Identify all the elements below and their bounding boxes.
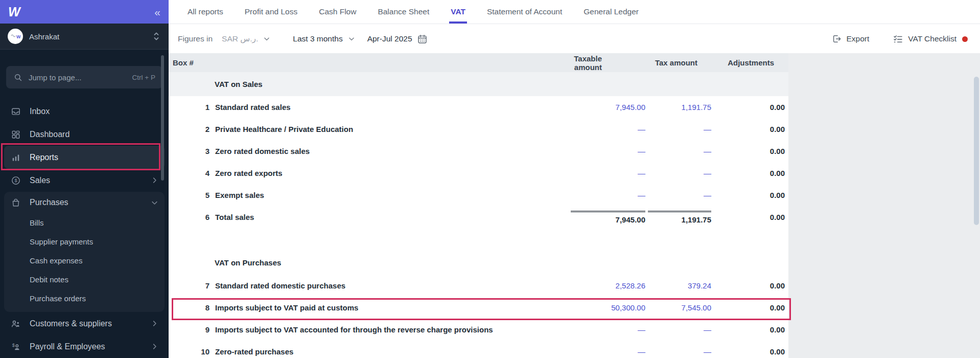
sidebar-scrollbar[interactable] bbox=[161, 55, 164, 181]
sidebar-item-reports[interactable]: Reports bbox=[4, 146, 165, 169]
taxable-amount[interactable]: — bbox=[561, 191, 645, 199]
vertical-scrollbar[interactable] bbox=[974, 77, 979, 225]
tab-all-reports[interactable]: All reports bbox=[188, 0, 223, 24]
sidebar-item-sales[interactable]: $Sales bbox=[4, 169, 165, 192]
export-icon bbox=[831, 34, 842, 44]
box-label: Standard rated sales bbox=[209, 103, 561, 111]
section-title: VAT on Purchases bbox=[169, 251, 788, 275]
export-button[interactable]: Export bbox=[831, 34, 869, 44]
sidebar-item-payroll-employees[interactable]: $Payroll & Employees bbox=[4, 335, 165, 358]
sidebar-item-label: Customers & suppliers bbox=[30, 319, 112, 328]
table-row-box-8: 8Imports subject to VAT paid at customs5… bbox=[169, 297, 788, 319]
sidebar-item-customers-suppliers[interactable]: Customers & suppliers bbox=[4, 312, 165, 335]
adjustments-amount: 0.00 bbox=[711, 147, 788, 155]
box-label: Imports subject to VAT accounted for thr… bbox=[209, 325, 561, 334]
box-number: 1 bbox=[169, 103, 209, 111]
sidebar-item-dashboard[interactable]: Dashboard bbox=[4, 123, 165, 146]
tax-amount[interactable]: 379.24 bbox=[645, 281, 711, 290]
taxable-amount[interactable]: 7,945.00 bbox=[561, 103, 645, 111]
workspace-stepper-icon[interactable] bbox=[152, 31, 161, 42]
taxable-amount[interactable]: — bbox=[561, 147, 645, 155]
toolbar-right: Export VAT Checklist bbox=[831, 34, 968, 44]
chevron-down-icon bbox=[263, 35, 270, 42]
box-label: Imports subject to VAT paid at customs bbox=[209, 303, 561, 312]
sidebar-subitem-bills[interactable]: Bills bbox=[4, 213, 165, 232]
table-row-box-9: 9Imports subject to VAT accounted for th… bbox=[169, 319, 788, 341]
box-label: Zero rated domestic sales bbox=[209, 147, 561, 155]
taxable-amount[interactable]: — bbox=[561, 325, 645, 334]
chevron-right-icon bbox=[151, 320, 158, 327]
wafeq-logo-icon: W bbox=[8, 5, 20, 19]
box-number: 2 bbox=[169, 125, 209, 133]
date-range-value: Apr-Jul 2025 bbox=[367, 34, 412, 43]
search-icon bbox=[13, 73, 23, 82]
tax-amount[interactable]: 7,545.00 bbox=[645, 303, 711, 312]
sidebar-subitem-purchase-orders[interactable]: Purchase orders bbox=[4, 289, 165, 308]
sidebar-item-label: Payroll & Employees bbox=[30, 342, 105, 351]
adjustments-amount: 0.00 bbox=[711, 303, 788, 312]
table-row-box-1: 1Standard rated sales7,945.001,191.750.0… bbox=[169, 96, 788, 118]
sidebar-subitem-supplier-payments[interactable]: Supplier payments bbox=[4, 232, 165, 251]
box-number: 7 bbox=[169, 281, 209, 290]
box-number: 10 bbox=[169, 347, 209, 356]
tax-amount[interactable]: — bbox=[645, 125, 711, 133]
adjustments-amount: 0.00 bbox=[711, 125, 788, 133]
workspace-switcher[interactable]: W Ashrakat bbox=[0, 24, 169, 50]
vat-report-screen: W « W Ashrakat Jump to page... Ctrl + P … bbox=[0, 0, 980, 358]
svg-text:W: W bbox=[16, 34, 21, 39]
table-header-row: Box # Taxable amount Tax amount Adjustme… bbox=[169, 53, 788, 72]
adjustments-amount: 0.00 bbox=[711, 191, 788, 199]
search-placeholder: Jump to page... bbox=[29, 73, 127, 82]
box-label: Standard rated domestic purchases bbox=[209, 281, 561, 290]
export-label: Export bbox=[846, 34, 869, 43]
chevron-right-icon bbox=[151, 176, 158, 184]
sidebar-subitem-cash-expenses[interactable]: Cash expenses bbox=[4, 251, 165, 270]
tab-profit-and-loss[interactable]: Profit and Loss bbox=[245, 0, 297, 24]
period-preset-value: Last 3 months bbox=[293, 34, 342, 43]
table-row-box-2: 2Private Healthcare / Private Education—… bbox=[169, 118, 788, 140]
checklist-icon bbox=[893, 34, 903, 44]
table-row-box-10: 10Zero-rated purchases——0.00 bbox=[169, 341, 788, 358]
currency-select[interactable]: SAR ر.س. bbox=[222, 34, 270, 43]
taxable-amount[interactable]: 50,300.00 bbox=[561, 303, 645, 312]
tax-amount[interactable]: — bbox=[645, 169, 711, 177]
chevron-down-icon bbox=[151, 199, 158, 207]
period-preset-select[interactable]: Last 3 months bbox=[293, 34, 355, 43]
sidebar-item-label: Purchases bbox=[30, 198, 68, 207]
collapse-sidebar-icon[interactable]: « bbox=[154, 7, 160, 17]
table-row-box-5: 5Exempt sales——0.00 bbox=[169, 184, 788, 206]
table-row-box-4: 4Zero rated exports——0.00 bbox=[169, 162, 788, 184]
avatar: W bbox=[8, 29, 23, 44]
tab-vat[interactable]: VAT bbox=[451, 0, 465, 24]
date-range-picker[interactable]: Apr-Jul 2025 bbox=[367, 34, 428, 44]
box-label: Total sales bbox=[209, 213, 561, 221]
tax-amount[interactable]: 1,191.75 bbox=[645, 103, 711, 111]
column-header-adjustments: Adjustments bbox=[711, 58, 788, 67]
taxable-amount[interactable]: — bbox=[561, 347, 645, 356]
tax-amount[interactable]: — bbox=[645, 325, 711, 334]
tab-balance-sheet[interactable]: Balance Sheet bbox=[378, 0, 429, 24]
sidebar-item-inbox[interactable]: Inbox bbox=[4, 100, 165, 123]
taxable-amount[interactable]: — bbox=[561, 125, 645, 133]
tab-statement-of-account[interactable]: Statement of Account bbox=[487, 0, 562, 24]
taxable-amount[interactable]: 2,528.26 bbox=[561, 281, 645, 290]
customers-icon bbox=[10, 319, 21, 329]
table-section-vat-on-sales: VAT on Sales1Standard rated sales7,945.0… bbox=[169, 72, 788, 228]
sidebar-item-purchases[interactable]: Purchases bbox=[4, 192, 165, 213]
tax-amount[interactable]: — bbox=[645, 191, 711, 199]
tab-cash-flow[interactable]: Cash Flow bbox=[319, 0, 356, 24]
adjustments-amount: 0.00 bbox=[711, 213, 788, 221]
tab-general-ledger[interactable]: General Ledger bbox=[584, 0, 639, 24]
box-number: 3 bbox=[169, 147, 209, 155]
vat-checklist-button[interactable]: VAT Checklist bbox=[893, 34, 968, 44]
purchases-icon bbox=[10, 197, 21, 208]
taxable-amount[interactable]: — bbox=[561, 169, 645, 177]
page-background bbox=[788, 53, 980, 358]
jump-to-page-search[interactable]: Jump to page... Ctrl + P bbox=[6, 66, 162, 88]
tax-amount[interactable]: — bbox=[645, 147, 711, 155]
reports-icon bbox=[10, 152, 21, 163]
sidebar-subitem-debit-notes[interactable]: Debit notes bbox=[4, 270, 165, 289]
toolbar-left: Figures in SAR ر.س. Last 3 months Apr-Ju… bbox=[178, 34, 428, 44]
tax-amount[interactable]: — bbox=[645, 347, 711, 356]
svg-text:$: $ bbox=[12, 342, 15, 347]
